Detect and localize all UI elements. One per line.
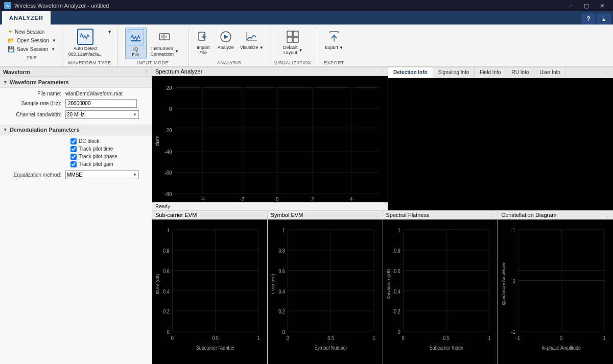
visualize-button[interactable]: Visualize ▼ bbox=[238, 28, 266, 51]
svg-text:1: 1 bbox=[488, 335, 490, 341]
svg-text:-60: -60 bbox=[164, 170, 172, 176]
spectrum-header: Spectrum Analyzer ⋮ bbox=[152, 67, 388, 76]
svg-rect-1 bbox=[159, 34, 170, 40]
detection-panel-handle[interactable]: ⋮ bbox=[602, 67, 613, 77]
bandwidth-select[interactable]: 5 MHz 10 MHz 20 MHz 40 MHz 80 MHz 160 MH… bbox=[65, 110, 139, 119]
spectral-flatness-panel: Spectral Flatness ⋮ bbox=[383, 211, 499, 364]
symbol-evm-panel: Symbol EVM ⋮ 1 bbox=[268, 211, 383, 364]
analyze-button[interactable]: Analyze bbox=[216, 28, 236, 51]
svg-rect-11 bbox=[287, 31, 292, 36]
tab-field-info[interactable]: Field Info bbox=[475, 67, 506, 78]
close-button[interactable]: ✕ bbox=[595, 0, 609, 11]
panel-handle[interactable]: ⋮ bbox=[144, 69, 149, 75]
equalization-select[interactable]: MMSE LS ZF bbox=[65, 171, 139, 179]
maximize-button[interactable]: ▢ bbox=[579, 0, 594, 11]
analysis-label: ANALYSIS bbox=[217, 60, 241, 65]
svg-text:0.6: 0.6 bbox=[394, 268, 400, 274]
instrument-connection-button[interactable]: InstrumentConnection ▼ bbox=[149, 28, 181, 58]
dc-block-checkbox[interactable] bbox=[70, 138, 77, 144]
analysis-items: ImportFile Analyze bbox=[193, 28, 266, 59]
bandwidth-label: Channel bandwidth: bbox=[4, 112, 65, 117]
svg-text:-80: -80 bbox=[164, 191, 172, 197]
symbol-evm-handle[interactable]: ⋮ bbox=[374, 212, 380, 217]
track-pilot-phase-row: Track pilot phase bbox=[70, 154, 148, 160]
svg-text:-1: -1 bbox=[511, 329, 515, 335]
open-session-label: Open Session bbox=[17, 38, 49, 43]
save-session-button[interactable]: 💾 Save Session ▼ bbox=[6, 45, 58, 53]
svg-text:0.2: 0.2 bbox=[394, 308, 400, 314]
constellation-body: 1 0 -1 -1 0 1 Quadrature Amplitude In-ph… bbox=[498, 220, 613, 364]
right-area: Spectrum Analyzer ⋮ bbox=[152, 67, 613, 364]
constellation-handle[interactable]: ⋮ bbox=[605, 212, 610, 217]
track-pilot-phase-label: Track pilot phase bbox=[79, 154, 117, 159]
svg-text:Symbol Number: Symbol Number bbox=[314, 344, 347, 350]
tab-analyzer[interactable]: ANALYZER bbox=[2, 11, 51, 25]
svg-text:0: 0 bbox=[171, 335, 174, 341]
open-session-button[interactable]: 📂 Open Session ▼ bbox=[6, 37, 58, 44]
new-session-button[interactable]: ✦ New Session bbox=[6, 28, 58, 36]
left-panel-header: Waveform ⋮ bbox=[0, 67, 152, 77]
analyze-icon bbox=[219, 30, 232, 43]
titlebar-controls[interactable]: − ▢ ✕ bbox=[564, 0, 609, 11]
svg-text:1: 1 bbox=[603, 335, 606, 341]
track-pilot-time-checkbox[interactable] bbox=[70, 146, 77, 152]
left-panel: Waveform ⋮ ▼ Waveform Parameters File na… bbox=[0, 67, 152, 364]
svg-text:-20: -20 bbox=[164, 128, 172, 133]
subcarrier-evm-handle[interactable]: ⋮ bbox=[259, 212, 264, 217]
collapse-ribbon-button[interactable]: ▲ bbox=[597, 13, 611, 25]
minimize-button[interactable]: − bbox=[564, 0, 578, 11]
tab-signaling-info[interactable]: Signaling Info bbox=[433, 67, 475, 78]
layout-icon bbox=[286, 30, 299, 43]
spectrum-chart-body: 20 0 -20 -40 -60 -80 -4 -2 0 2 4 dBm bbox=[152, 76, 388, 202]
auto-detect-button[interactable]: Auto Detect802.11a/n/ac/a... bbox=[66, 28, 105, 58]
svg-text:0.4: 0.4 bbox=[278, 288, 285, 294]
svg-text:0.8: 0.8 bbox=[163, 248, 170, 254]
ribbon-group-file: ✦ New Session 📂 Open Session ▼ 💾 Save Se… bbox=[2, 27, 62, 66]
export-button[interactable]: Export ▼ bbox=[323, 28, 345, 51]
waveform-params-section-header[interactable]: ▼ Waveform Parameters bbox=[0, 77, 152, 88]
file-group-label: FILE bbox=[6, 55, 58, 60]
svg-text:0: 0 bbox=[513, 278, 515, 284]
ribbon-group-input: IQFile InstrumentConnection ▼ bbox=[117, 27, 189, 66]
demod-arrow: ▼ bbox=[3, 127, 8, 132]
spectral-flatness-title: Spectral Flatness bbox=[386, 212, 430, 218]
svg-text:Subcarrier Number: Subcarrier Number bbox=[196, 344, 235, 350]
help-button[interactable]: ? bbox=[581, 13, 596, 25]
filename-row: File name: wlanDemoWaveform.mat bbox=[4, 91, 148, 96]
tab-detection-info[interactable]: Detection Info bbox=[388, 67, 433, 78]
spectral-flatness-header: Spectral Flatness ⋮ bbox=[383, 211, 498, 220]
demod-params-body: DC block Track pilot time Track pilot ph… bbox=[0, 135, 152, 185]
default-layout-button[interactable]: DefaultLayout ▼ bbox=[281, 28, 304, 56]
spectrum-title: Spectrum Analyzer bbox=[155, 68, 202, 75]
bandwidth-row: Channel bandwidth: 5 MHz 10 MHz 20 MHz 4… bbox=[4, 110, 148, 119]
import-file-button[interactable]: ImportFile bbox=[193, 28, 214, 56]
iq-file-button[interactable]: IQFile bbox=[125, 28, 147, 59]
ribbon-group-waveform: Auto Detect802.11a/n/ac/a... ▼ WAVEFORM … bbox=[62, 27, 117, 66]
symbol-evm-body: 1 0.8 0.6 0.4 0.2 0 0 0.5 1 EVM (dB) Sym… bbox=[268, 220, 383, 364]
track-pilot-phase-checkbox[interactable] bbox=[70, 154, 77, 160]
svg-text:0.6: 0.6 bbox=[278, 268, 285, 274]
svg-text:1: 1 bbox=[257, 335, 260, 341]
samplerate-input[interactable] bbox=[65, 99, 137, 108]
iq-file-icon bbox=[130, 31, 142, 43]
svg-text:0.5: 0.5 bbox=[443, 335, 450, 341]
visualization-items: DefaultLayout ▼ bbox=[281, 28, 304, 59]
spectrum-handle[interactable]: ⋮ bbox=[380, 68, 385, 74]
svg-text:0.8: 0.8 bbox=[394, 248, 400, 254]
track-pilot-time-row: Track pilot time bbox=[70, 146, 148, 152]
ribbon-group-visualization: DefaultLayout ▼ VISUALIZATION bbox=[270, 27, 316, 66]
svg-text:dBm: dBm bbox=[154, 135, 160, 146]
spectral-flatness-handle[interactable]: ⋮ bbox=[489, 212, 494, 217]
symbol-evm-chart: 1 0.8 0.6 0.4 0.2 0 0 0.5 1 EVM (dB) Sym… bbox=[268, 220, 383, 364]
auto-detect-arrow[interactable]: ▼ bbox=[107, 28, 113, 36]
svg-text:0: 0 bbox=[276, 196, 279, 202]
svg-text:-2: -2 bbox=[240, 196, 244, 202]
tab-ru-info[interactable]: RU Info bbox=[506, 67, 534, 78]
demod-params-section-header[interactable]: ▼ Demodulation Parameters bbox=[0, 125, 152, 135]
ribbon-group-export: Export ▼ EXPORT bbox=[316, 27, 352, 66]
detection-panel: Detection Info Signaling Info Field Info… bbox=[388, 67, 613, 210]
svg-text:0.5: 0.5 bbox=[327, 335, 334, 341]
track-pilot-gain-checkbox[interactable] bbox=[70, 161, 77, 167]
svg-rect-14 bbox=[293, 37, 298, 42]
tab-user-info[interactable]: User Info bbox=[534, 67, 566, 78]
